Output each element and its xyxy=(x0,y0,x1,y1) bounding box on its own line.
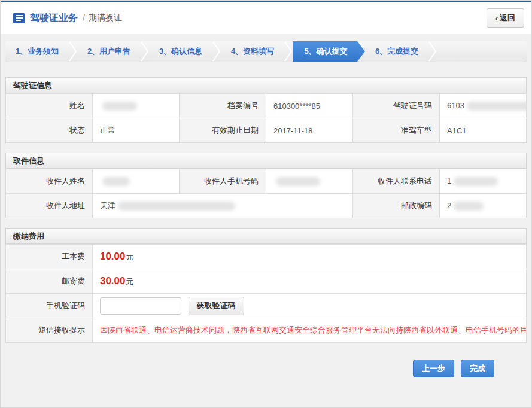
postage-fee-label: 邮寄费 xyxy=(6,269,93,294)
table-row: 工本费 10.00元 xyxy=(6,245,527,269)
section-license-info: 驾驶证信息 姓名 档案编号 610300****85 驾驶证号码 6103 状态… xyxy=(5,77,527,143)
license-no-value: 6103 xyxy=(440,94,527,118)
table-row: 邮寄费 30.00元 xyxy=(6,269,527,294)
cost-unit: 元 xyxy=(126,252,133,261)
redacted-text xyxy=(118,202,235,211)
address-label: 收件人地址 xyxy=(6,194,93,218)
redacted-text xyxy=(454,177,498,186)
recipient-name-value xyxy=(92,169,179,194)
cost-fee-label: 工本费 xyxy=(6,245,93,269)
mobile-value xyxy=(266,169,352,194)
sms-notice-text: 因陕西省联通、电信运营商技术问题，陕西省互联网交通安全综合服务管理平台无法向持陕… xyxy=(92,318,526,343)
tel-value: 1 xyxy=(440,169,527,194)
step-separator-icon xyxy=(284,41,293,62)
section-license-title: 驾驶证信息 xyxy=(5,77,527,93)
vehicle-value: A1C1 xyxy=(440,118,527,143)
table-row: 姓名 档案编号 610300****85 驾驶证号码 6103 xyxy=(6,94,527,118)
redacted-text xyxy=(467,102,527,111)
back-button-label: 返回 xyxy=(500,13,515,23)
name-value xyxy=(92,94,179,118)
license-no-label: 驾驶证号码 xyxy=(352,94,439,118)
step-navigation: 1、业务须知 2、用户申告 3、确认信息 4、资料填写 5、确认提交 6、完成提… xyxy=(5,41,527,62)
redacted-text xyxy=(454,202,484,211)
cost-fee-value: 10.00元 xyxy=(92,245,526,269)
zip-value: 2 xyxy=(440,194,527,218)
step-4-fill-data[interactable]: 4、资料填写 xyxy=(221,41,284,62)
mobile-label: 收件人手机号码 xyxy=(179,169,266,194)
expire-label: 有效期止日期 xyxy=(179,118,266,143)
file-no-value: 610300****85 xyxy=(266,94,352,118)
footer-actions: 上一步 完成 xyxy=(1,360,531,377)
back-button[interactable]: ‹ 返回 xyxy=(487,8,524,28)
table-row: 短信接收提示 因陕西省联通、电信运营商技术问题，陕西省互联网交通安全综合服务管理… xyxy=(6,318,527,343)
zip-label: 邮政编码 xyxy=(352,194,439,218)
section-pickup-info: 取件信息 收件人姓名 收件人手机号码 收件人联系电话 1 收件人地址 天津 邮政… xyxy=(5,153,527,218)
step-separator-icon xyxy=(212,41,221,62)
step-separator-icon xyxy=(141,41,149,62)
file-no-label: 档案编号 xyxy=(179,94,266,118)
cost-amount: 10.00 xyxy=(100,251,126,262)
section-fees: 缴纳费用 工本费 10.00元 邮寄费 30.00元 手机验证码 获取验证码 短… xyxy=(5,228,527,343)
page-title: 驾驶证业务 xyxy=(30,12,78,25)
section-pickup-title: 取件信息 xyxy=(5,153,527,169)
license-menu-icon xyxy=(13,13,25,23)
redacted-text xyxy=(276,177,320,186)
breadcrumb-separator: / xyxy=(83,13,85,23)
status-label: 状态 xyxy=(6,118,93,143)
sms-code-cell: 获取验证码 xyxy=(92,294,526,318)
postage-unit: 元 xyxy=(126,277,133,286)
previous-step-button[interactable]: 上一步 xyxy=(413,360,454,377)
table-row: 状态 正常 有效期止日期 2017-11-18 准驾车型 A1C1 xyxy=(6,118,527,143)
redacted-text xyxy=(102,102,137,111)
sms-code-input[interactable] xyxy=(100,297,181,315)
step-2-declaration[interactable]: 2、用户申告 xyxy=(77,41,141,62)
redacted-text xyxy=(102,177,130,186)
finish-button[interactable]: 完成 xyxy=(461,360,494,377)
header: 驾驶证业务 / 期满换证 ‹ 返回 xyxy=(1,2,531,34)
sms-code-label: 手机验证码 xyxy=(6,294,93,318)
address-value: 天津 xyxy=(92,194,352,218)
postage-fee-value: 30.00元 xyxy=(92,269,526,294)
breadcrumb-current: 期满换证 xyxy=(89,13,122,23)
step-bar-filler xyxy=(437,41,527,62)
table-row: 手机验证码 获取验证码 xyxy=(6,294,527,318)
get-sms-code-button[interactable]: 获取验证码 xyxy=(189,297,244,315)
expire-value: 2017-11-18 xyxy=(266,118,352,143)
page: 驾驶证业务 / 期满换证 ‹ 返回 1、业务须知 2、用户申告 3、确认信息 4… xyxy=(0,0,532,408)
postage-amount: 30.00 xyxy=(100,275,126,287)
step-1-notice[interactable]: 1、业务须知 xyxy=(5,41,69,62)
pickup-table: 收件人姓名 收件人手机号码 收件人联系电话 1 收件人地址 天津 邮政编码 2 xyxy=(5,169,527,218)
step-separator-icon xyxy=(428,41,437,62)
license-table: 姓名 档案编号 610300****85 驾驶证号码 6103 状态 正常 有效… xyxy=(5,93,527,143)
sms-notice-label: 短信接收提示 xyxy=(6,318,93,343)
vehicle-label: 准驾车型 xyxy=(352,118,439,143)
section-fees-title: 缴纳费用 xyxy=(5,228,527,244)
chevron-left-icon: ‹ xyxy=(495,14,498,23)
fees-table: 工本费 10.00元 邮寄费 30.00元 手机验证码 获取验证码 短信接收提示… xyxy=(5,244,527,343)
step-5-confirm-submit[interactable]: 5、确认提交 xyxy=(293,41,365,62)
step-6-complete[interactable]: 6、完成提交 xyxy=(365,41,428,62)
tel-label: 收件人联系电话 xyxy=(352,169,439,194)
recipient-name-label: 收件人姓名 xyxy=(6,169,93,194)
step-3-confirm-info[interactable]: 3、确认信息 xyxy=(149,41,212,62)
name-label: 姓名 xyxy=(6,94,93,118)
status-value: 正常 xyxy=(92,118,179,143)
table-row: 收件人地址 天津 邮政编码 2 xyxy=(6,194,527,218)
step-separator-icon xyxy=(69,41,77,62)
table-row: 收件人姓名 收件人手机号码 收件人联系电话 1 xyxy=(6,169,527,194)
